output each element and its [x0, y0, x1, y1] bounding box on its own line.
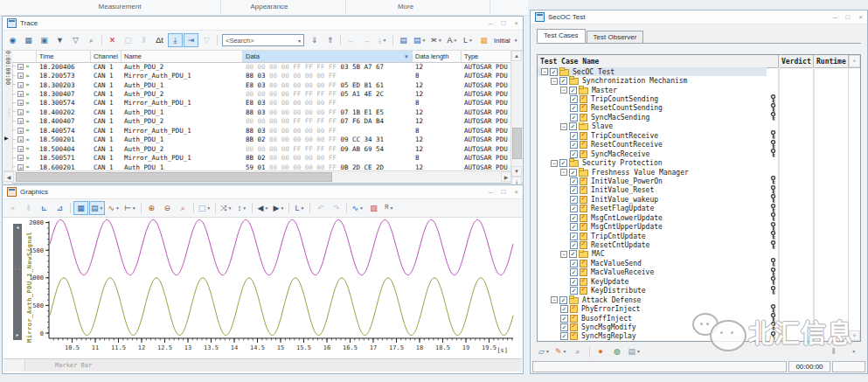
chevron-down-icon[interactable]: ▼ — [100, 205, 104, 212]
tree-item-label[interactable]: Attack Defense — [582, 296, 641, 304]
checkbox[interactable]: ✓ — [560, 332, 568, 340]
expand-icon[interactable]: + — [17, 128, 24, 134]
dock-bottom-toggle-icon[interactable]: ⤓ — [168, 33, 183, 47]
tree-row[interactable]: −✓Master — [538, 86, 860, 94]
statistics-view-icon[interactable]: ▦ — [21, 33, 36, 47]
chevron-down-icon[interactable]: ▼ — [636, 348, 641, 356]
layout-icon[interactable]: L▼ — [461, 33, 476, 47]
column-header-time[interactable]: Time — [37, 51, 91, 62]
tree-item-label[interactable]: ResetFlagUpdate — [591, 205, 654, 212]
minimize-button[interactable]: – — [833, 14, 837, 21]
fit-y-icon[interactable]: ⊿ — [52, 201, 67, 215]
expand-icon[interactable]: + — [17, 91, 24, 97]
tree-row[interactable]: ✓✓KeyUpdate — [538, 277, 860, 286]
tree-item-label[interactable]: Freshness Value Manager — [592, 169, 689, 177]
legend-mode-icon[interactable]: ᴿ▼ — [382, 201, 397, 215]
tree-item-label[interactable]: Master — [592, 87, 617, 94]
view-config-icon[interactable]: ⌕ — [571, 345, 586, 359]
expand-icon[interactable]: + — [17, 109, 24, 115]
tree-row[interactable]: ✓✓ResetCountSending — [538, 104, 860, 113]
tree-row[interactable]: ✓✓TripCntUpdate — [538, 232, 860, 240]
column-header-data[interactable]: Data▼ — [243, 51, 413, 62]
filter-pass-icon[interactable]: ▼ — [52, 33, 67, 47]
maximize-button[interactable]: □ — [501, 20, 505, 27]
checkbox[interactable]: ✓ — [559, 77, 567, 85]
details-handle-icon[interactable]: − — [12, 118, 16, 125]
checkbox[interactable]: ✓ — [570, 104, 578, 112]
tree-row[interactable]: ✓✓SyncMsgModify — [538, 323, 860, 331]
chevron-down-icon[interactable]: ▾ — [298, 38, 301, 44]
maximize-button[interactable]: □ — [501, 189, 505, 196]
checkbox[interactable]: ✓ — [570, 150, 578, 158]
table-row[interactable]: −+»18.500571CAN 1Mirror_Auth_PDU_18B 02 … — [12, 153, 511, 162]
chevron-down-icon[interactable]: ▼ — [359, 205, 364, 212]
tree-item-label[interactable]: ResetCntUpdate — [591, 241, 649, 249]
expand-icon[interactable]: + — [17, 82, 24, 88]
column-header-data-length[interactable]: Data length — [413, 51, 462, 62]
table-row[interactable]: −+»18.300407CAN 1Auth_PDU_200 00 00 00 F… — [12, 89, 511, 98]
checkbox[interactable]: ✓ — [570, 177, 578, 185]
column-header-channel[interactable]: Channel — [91, 51, 122, 62]
tree-row[interactable]: ✓✓BusoffInject — [538, 314, 860, 323]
delta-time-icon[interactable]: Δt — [152, 33, 167, 47]
tree-row[interactable]: ✓✓TripCountSending — [538, 94, 860, 103]
tree-item-label[interactable]: BusoffInject — [581, 315, 632, 323]
details-handle-icon[interactable]: − — [12, 108, 16, 115]
details-handle-icon[interactable]: − — [12, 155, 16, 162]
tree-item-label[interactable]: TripCountSending — [591, 95, 658, 103]
expand-icon[interactable]: + — [17, 73, 24, 79]
details-handle-icon[interactable]: − — [12, 100, 16, 107]
filter-funnel-icon[interactable]: ▼ — [404, 54, 409, 59]
tree-row[interactable]: ✓✓MacValueReceive — [538, 268, 860, 277]
checkbox[interactable]: ✓ — [570, 241, 578, 249]
trace-vertical-scrollbar[interactable]: ▲ ▼ ⤓ — [510, 51, 522, 187]
tree-item-label[interactable]: SyncMsgReplay — [581, 332, 636, 340]
tree-row[interactable]: −✓Attack Defense — [538, 295, 860, 304]
minimize-button[interactable]: – — [489, 189, 492, 196]
details-handle-icon[interactable]: − — [12, 91, 16, 98]
step-back-icon[interactable]: ◀▼ — [255, 201, 270, 215]
table-row[interactable]: −+»18.200406CAN 1Auth_PDU_200 00 00 00 F… — [12, 62, 511, 71]
chevron-down-icon[interactable]: ▼ — [469, 37, 473, 45]
clear-trace-icon[interactable]: ✕ — [105, 33, 120, 47]
anchor-mode-icon[interactable]: ◉ — [5, 33, 20, 47]
checkbox[interactable]: ✓ — [570, 141, 578, 149]
column-header-name[interactable]: Name — [122, 51, 243, 62]
chevron-down-icon[interactable]: ▼ — [514, 38, 518, 43]
tree-item-label[interactable]: PhyErrorInject — [581, 305, 640, 313]
font-size-icon[interactable]: A▼ — [445, 33, 460, 47]
column-header-verdict[interactable]: Verdict — [779, 55, 814, 67]
scroll-up-icon[interactable]: ˄ — [849, 55, 860, 67]
layout-icon[interactable]: L▼ — [292, 201, 307, 215]
graph-plot-area[interactable]: 050010001500200010.51111.51212.51313.514… — [24, 218, 519, 354]
checkbox[interactable]: ✓ — [570, 196, 578, 204]
collapse-icon[interactable]: − — [551, 296, 558, 303]
tree-item-label[interactable]: KeyUpdate — [591, 278, 628, 286]
checkbox[interactable]: ✓ — [569, 169, 577, 177]
collapse-icon[interactable]: − — [551, 78, 558, 85]
new-test-unit-icon[interactable]: ▱▼ — [537, 345, 552, 359]
graphics-titlebar[interactable]: Graphics – □ × — [3, 185, 523, 199]
update-web-icon[interactable]: ◍ — [610, 345, 625, 359]
chevron-down-icon[interactable]: ▼ — [300, 205, 304, 212]
scrollbar-thumb[interactable] — [16, 172, 332, 182]
checkbox[interactable]: ✓ — [570, 223, 578, 231]
filter-stop-icon[interactable]: ▽ — [68, 33, 83, 47]
tree-item-label[interactable]: InitValue_PowerOn — [591, 177, 663, 185]
table-row[interactable]: −+»18.500404CAN 1Auth_PDU_200 00 00 00 F… — [12, 144, 511, 153]
search-input[interactable]: <Search>▾ — [222, 34, 304, 46]
close-button[interactable]: × — [858, 14, 863, 21]
tree-row[interactable]: ✓✓KeyDistribute — [538, 287, 860, 295]
chevron-down-icon[interactable]: ▼ — [132, 205, 136, 212]
close-button[interactable]: × — [514, 189, 518, 196]
tree-row[interactable]: −✓MAC — [538, 250, 860, 259]
tree-row[interactable]: ✓✓MsgCntLowerUpdate — [538, 213, 860, 222]
y-stack-icon[interactable]: ⤨▼ — [219, 201, 233, 215]
checkbox[interactable]: ✓ — [570, 205, 578, 212]
diff-view-icon[interactable]: ≍▼ — [428, 33, 444, 47]
scroll-right-icon[interactable]: ▶ — [501, 171, 511, 182]
signal-list-icon[interactable]: ▤▼ — [89, 201, 105, 215]
zoom-in-icon[interactable]: ⊕ — [144, 201, 159, 215]
report-icon[interactable]: ▤▼ — [627, 345, 642, 359]
y-axis-pane-handle[interactable]: ◂ ⋮⋮⋮ ▸ — [13, 224, 22, 340]
